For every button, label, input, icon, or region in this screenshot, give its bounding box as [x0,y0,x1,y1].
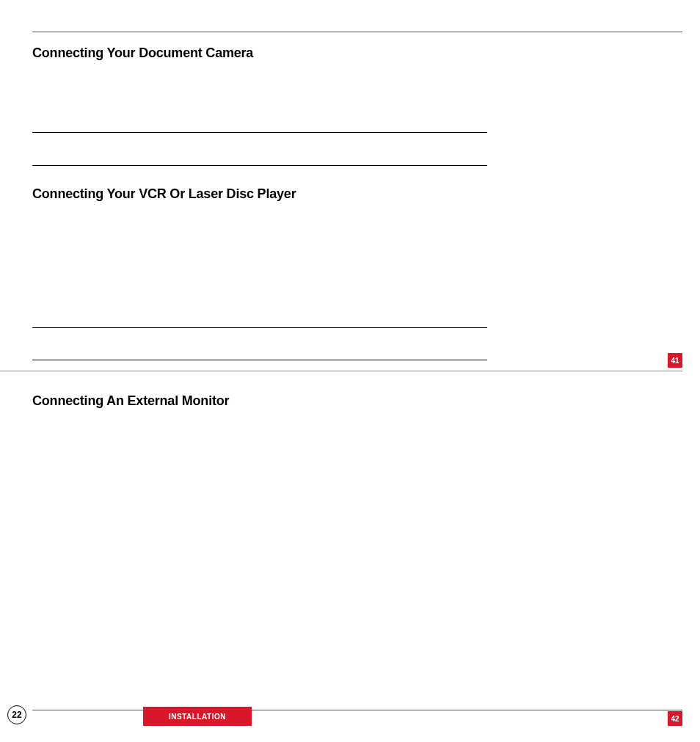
content-divider [32,165,487,166]
midpage-divider [0,371,682,371]
content-divider [32,327,487,328]
page-side-badge: 41 [668,353,682,368]
section-heading-document-camera: Connecting Your Document Camera [32,46,253,61]
section-heading-vcr: Connecting Your VCR Or Laser Disc Player [32,186,296,202]
page-side-badge: 42 [668,711,682,726]
content-divider [32,132,487,133]
top-divider [32,32,682,32]
page-number-circle: 22 [7,705,26,724]
footer-section-tab: INSTALLATION [143,707,252,726]
section-heading-external-monitor: Connecting An External Monitor [32,393,229,409]
content-divider [32,360,487,360]
bottom-divider [32,710,682,710]
